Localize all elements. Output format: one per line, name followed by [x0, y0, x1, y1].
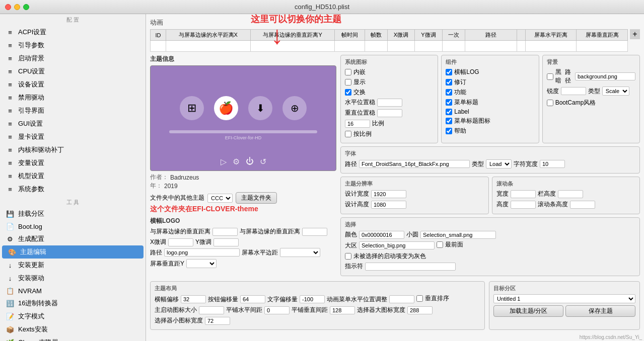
logo-y-adjust-input[interactable] [213, 238, 239, 246]
download-icon: ↓ [6, 261, 14, 269]
scrollbar-height-input[interactable] [511, 201, 536, 209]
maximize-button[interactable] [23, 4, 29, 10]
comp-menu-title-row: 菜单标题 [446, 98, 534, 107]
font-type-select[interactable]: Load [486, 159, 512, 168]
sidebar-item-mount[interactable]: 💾 挂载分区 [0, 207, 146, 220]
char-width-input[interactable] [540, 160, 565, 168]
font-path-input[interactable] [359, 160, 470, 168]
logo-x-adjust-input[interactable] [168, 238, 193, 246]
tile-horiz-input[interactable] [264, 306, 290, 314]
sharpness-input[interactable] [561, 87, 586, 95]
palette-icon: 🎨 [8, 248, 16, 256]
layout-row2: 主启动图标大小 平铺水平间距 平铺垂直间距 选择器大图标宽度 选择器小图标宽度 [155, 306, 480, 325]
pointer-input[interactable] [365, 263, 456, 271]
design-height-input[interactable] [371, 201, 406, 209]
small-input[interactable] [420, 231, 496, 239]
horiz-pos-input[interactable] [377, 99, 402, 107]
anim-horiz-input[interactable] [389, 295, 414, 303]
sidebar-item-devices[interactable]: ≡ 设备设置 [0, 78, 146, 91]
sidebar-item-install-update[interactable]: ↓ 安装更新 [0, 259, 146, 272]
sidebar-item-gui[interactable]: ≡ 引导界面 [0, 104, 146, 117]
color-input[interactable] [359, 231, 404, 239]
sys-icon-show-checkbox[interactable] [345, 79, 351, 86]
sidebar-item-text[interactable]: 📝 文字模式 [0, 310, 146, 323]
bg-path-label: 路径 [565, 68, 573, 85]
sidebar-item-boot-params[interactable]: ≡ 引导参数 [0, 39, 146, 52]
comp-help-label: 帮助 [454, 127, 466, 135]
logo-path-input[interactable] [164, 248, 240, 257]
bg-dark-checkbox[interactable] [547, 73, 553, 80]
screen-horiz-select[interactable] [280, 248, 320, 257]
by-scale-checkbox[interactable] [345, 131, 351, 137]
sys-icon-swap-checkbox[interactable] [345, 89, 351, 96]
scroll-height-input[interactable] [570, 201, 595, 209]
bg-type-select[interactable]: Scale [602, 87, 629, 96]
add-animation-button[interactable]: + [630, 29, 640, 39]
sidebar-item-gen-config[interactable]: ⚙ 生成配置 [0, 232, 146, 245]
sidebar-item-kexts[interactable]: 📦 Kexts安装 [0, 323, 146, 336]
close-button[interactable] [5, 4, 11, 10]
sidebar-item-sys-params[interactable]: ≡ 系统参数 [0, 183, 146, 196]
layout-title: 主题布局 [155, 285, 480, 292]
font-row: 路径 类型 Load 字符宽度 [345, 159, 635, 168]
screen-vert-select[interactable] [186, 259, 217, 268]
scale-input[interactable] [345, 120, 370, 128]
vert-sort-checkbox[interactable] [416, 295, 423, 302]
comp-label-checkbox[interactable] [446, 109, 452, 115]
sidebar-item-cloner[interactable]: 🌿 Clover 克隆器 [0, 336, 146, 341]
sidebar-item-vars[interactable]: ≡ 变量设置 [0, 156, 146, 169]
sys-icon-embed-checkbox[interactable] [345, 69, 351, 75]
selector-large-input[interactable] [407, 306, 433, 314]
bootcamp-checkbox[interactable] [547, 100, 553, 106]
horiz-offset-input[interactable] [181, 295, 206, 303]
preview-toolbar: ▷ ⚙ ⏻ ↺ [221, 157, 266, 166]
sidebar-item-gpu[interactable]: ≡ 显卡设置 [0, 130, 146, 143]
scrollbar-width-input[interactable] [511, 190, 536, 198]
front-checkbox[interactable] [437, 241, 443, 248]
comp-help-checkbox[interactable] [446, 128, 452, 134]
sidebar-item-kernel[interactable]: ≡ 内核和驱动补丁 [0, 143, 146, 156]
tile-vert-input[interactable] [330, 306, 355, 314]
comp-menu-icon-checkbox[interactable] [446, 118, 452, 124]
sidebar-label-disable: 禁用驱动 [18, 93, 44, 102]
vert-pos-input[interactable] [377, 109, 402, 117]
selector-small-input[interactable] [205, 317, 230, 325]
save-theme-button[interactable]: 保存主题 [565, 305, 635, 317]
window-controls[interactable] [5, 4, 29, 10]
sidebar-item-disable-kext[interactable]: ≡ 禁用驱动 [0, 91, 146, 104]
comp-menu-title-checkbox[interactable] [446, 99, 452, 106]
sidebar-item-smbios[interactable]: ≡ 机型设置 [0, 169, 146, 183]
comp-revision-checkbox[interactable] [446, 79, 452, 86]
large-input[interactable] [359, 241, 435, 249]
sidebar-item-acpi[interactable]: ≡ ACPI设置 [0, 26, 146, 39]
design-width-input[interactable] [371, 190, 406, 198]
target-select[interactable]: Untitled 1 [493, 294, 635, 303]
selection-row1: 颜色 小圆 [345, 230, 635, 239]
logo-vert-dist-input[interactable] [302, 228, 327, 236]
comp-func-checkbox[interactable] [446, 89, 452, 96]
text-offset-input[interactable] [300, 295, 325, 303]
logo-horiz-dist-input[interactable] [212, 228, 238, 236]
selection-title: 选择 [345, 221, 635, 228]
minimize-button[interactable] [14, 4, 20, 10]
sidebar-item-cpu[interactable]: ≡ CPU设置 [0, 65, 146, 78]
load-theme-button[interactable]: 加载主题/分区 [493, 305, 563, 317]
sidebar-item-gui-settings[interactable]: ≡ GUI设置 [0, 117, 146, 130]
bg-path-input[interactable] [575, 72, 635, 80]
comp-logo-checkbox[interactable] [446, 69, 452, 75]
sidebar-item-theme-editor[interactable]: 🎨 主题编辑 [2, 245, 144, 259]
sidebar-item-hex[interactable]: 🔢 16进制转换器 [0, 297, 146, 310]
other-theme-select[interactable]: CCC [207, 194, 233, 203]
sidebar-item-bootlog[interactable]: 📄 Boot.log [0, 220, 146, 232]
icon-size-input[interactable] [199, 306, 224, 314]
gray-checkbox[interactable] [345, 253, 351, 260]
logo-path-row: 路径 屏幕水平边距 屏幕垂直距Y [150, 248, 336, 268]
col-empty [517, 30, 525, 41]
sidebar-item-boot-bg[interactable]: ≡ 启动背景 [0, 52, 146, 65]
btn-offset-input[interactable] [240, 295, 265, 303]
preview-clock-icon: ↺ [260, 157, 266, 166]
sidebar-item-install-kext[interactable]: ↓ 安装驱动 [0, 272, 146, 285]
theme-folder-button[interactable]: 主题文件夹 [236, 192, 277, 204]
bar-height-input[interactable] [558, 190, 583, 198]
sidebar-item-nvram[interactable]: 📋 NVRAM [0, 285, 146, 297]
